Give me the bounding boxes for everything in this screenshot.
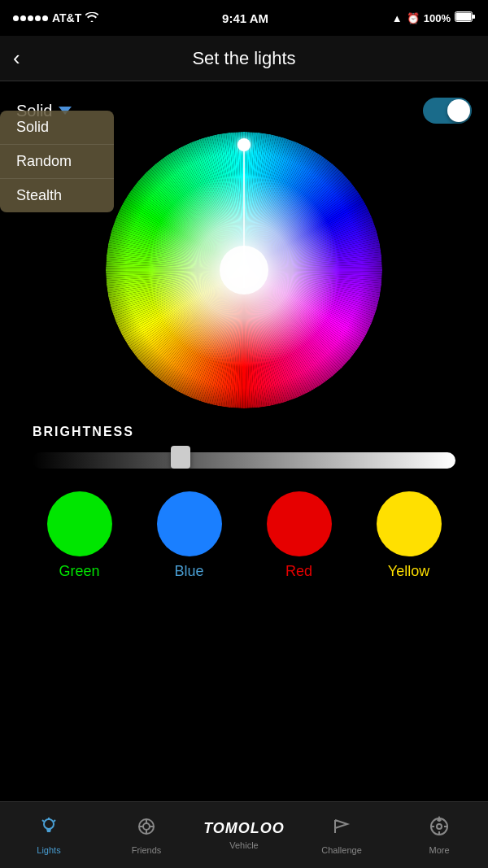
swatch-label-red: Red	[285, 563, 312, 580]
wheel-selector-top	[237, 138, 251, 151]
swatch-green[interactable]: Green	[47, 491, 112, 580]
nav-title: Set the lights	[46, 48, 442, 69]
battery-label: 100%	[424, 12, 451, 24]
tab-challenge[interactable]: Challenge	[293, 816, 390, 855]
svg-point-3	[44, 819, 54, 829]
lights-tab-icon	[38, 816, 59, 842]
tab-friends-label: Friends	[132, 845, 162, 855]
signal-dot-4	[35, 15, 41, 21]
swatch-red[interactable]: Red	[267, 491, 332, 580]
tab-lights[interactable]: Lights	[0, 816, 98, 855]
signal-dots	[13, 15, 48, 21]
dropdown-item-random[interactable]: Random	[0, 145, 114, 179]
lights-toggle[interactable]	[423, 98, 472, 124]
signal-dot-2	[20, 15, 26, 21]
swatch-circle-yellow	[377, 491, 442, 556]
toggle-knob	[447, 99, 470, 122]
color-wheel[interactable]	[106, 132, 382, 408]
brightness-track[interactable]	[33, 452, 455, 469]
brightness-label: BRIGHTNESS	[33, 425, 455, 439]
swatch-yellow[interactable]: Yellow	[377, 491, 442, 580]
wifi-icon	[85, 11, 98, 24]
svg-rect-2	[473, 15, 475, 19]
status-left: AT&T	[13, 11, 98, 24]
tab-challenge-label: Challenge	[321, 845, 362, 855]
main-content: Solid Solid Random Stealth BRIGHTNESS	[0, 81, 488, 801]
status-right: ▲ ⏰ 100%	[392, 11, 475, 24]
brightness-slider-container	[33, 449, 455, 472]
svg-point-13	[437, 824, 442, 829]
swatch-label-blue: Blue	[174, 563, 203, 580]
svg-rect-1	[455, 13, 471, 21]
color-swatches: Green Blue Red Yellow	[16, 491, 472, 580]
brightness-section: BRIGHTNESS	[16, 425, 472, 472]
signal-dot-3	[28, 15, 33, 21]
svg-line-6	[54, 820, 55, 822]
nav-bar: ‹ Set the lights	[0, 36, 488, 81]
wheel-selector-center	[220, 246, 268, 294]
back-button[interactable]: ‹	[13, 46, 46, 71]
svg-point-8	[143, 823, 150, 830]
signal-dot-5	[42, 15, 48, 21]
carrier-label: AT&T	[52, 11, 81, 24]
tab-vehicle-label: Vehicle	[229, 840, 258, 850]
dropdown-menu: Solid Random Stealth	[0, 111, 114, 212]
tab-bar: Lights Friends TOMOLOO Vehicle Challenge	[0, 801, 488, 868]
status-bar: AT&T 9:41 AM ▲ ⏰ 100%	[0, 0, 488, 36]
alarm-icon: ⏰	[407, 12, 420, 24]
location-icon: ▲	[392, 12, 403, 24]
vehicle-tab-icon: TOMOLOO	[203, 820, 285, 837]
swatch-blue[interactable]: Blue	[157, 491, 222, 580]
more-tab-icon	[429, 816, 450, 842]
tab-lights-label: Lights	[37, 845, 60, 855]
dropdown-item-stealth[interactable]: Stealth	[0, 179, 114, 212]
tab-friends[interactable]: Friends	[98, 816, 195, 855]
battery-icon	[455, 11, 475, 24]
tab-more-label: More	[429, 845, 449, 855]
friends-tab-icon	[136, 816, 157, 842]
tab-vehicle[interactable]: TOMOLOO Vehicle	[195, 820, 293, 850]
svg-line-5	[42, 820, 44, 822]
dropdown-item-solid[interactable]: Solid	[0, 111, 114, 145]
brightness-thumb[interactable]	[171, 446, 190, 469]
swatch-circle-blue	[157, 491, 222, 556]
swatch-label-yellow: Yellow	[388, 563, 429, 580]
status-time: 9:41 AM	[222, 11, 268, 25]
swatch-label-green: Green	[59, 563, 99, 580]
signal-dot-1	[13, 15, 19, 21]
challenge-tab-icon	[331, 816, 352, 842]
tab-more[interactable]: More	[390, 816, 488, 855]
swatch-circle-green	[47, 491, 112, 556]
swatch-circle-red	[267, 491, 332, 556]
